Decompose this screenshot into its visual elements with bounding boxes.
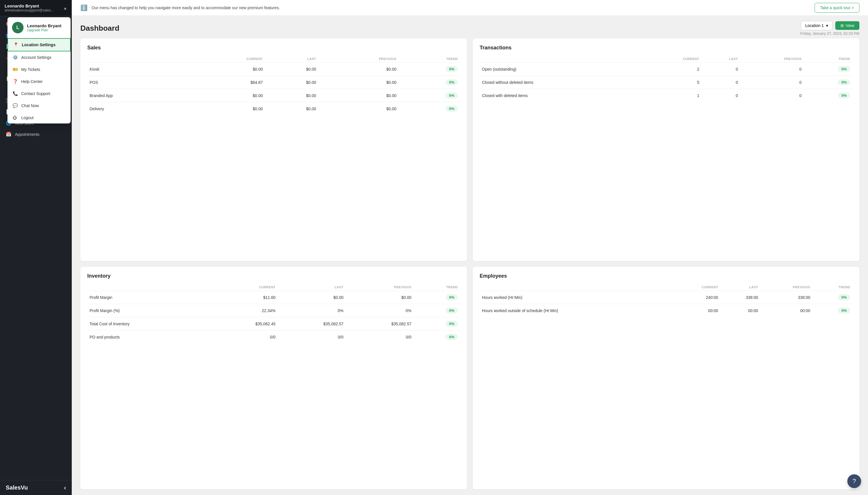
dropdown-item-label: Logout: [21, 116, 34, 120]
row-label: Open (outstanding): [480, 63, 641, 76]
location-settings-icon: 📍: [13, 42, 18, 47]
table-row: Total Cost of Inventory $35,082.45 $35,0…: [87, 317, 460, 330]
sales-card-title: Sales: [87, 45, 460, 51]
sales-card: Sales CURRENT LAST PREVIOUS TREND Kiosk …: [80, 38, 467, 261]
chevron-up-icon[interactable]: ▲: [63, 6, 67, 10]
location-dropdown[interactable]: Location 1 ▾: [801, 21, 832, 30]
row-current: 22.34%: [210, 304, 278, 317]
row-last: $0.00: [265, 102, 318, 116]
dropdown-item-contact-support[interactable]: 📞 Contact Support: [7, 88, 71, 100]
row-previous: 336:00: [760, 291, 813, 304]
row-previous: 0: [740, 89, 804, 102]
row-current: 240:00: [671, 291, 721, 304]
table-row: Closed without deleted items 5 0 0 0%: [480, 76, 852, 89]
table-row: Kiosk $0.00 $0.00 $0.00 0%: [87, 63, 460, 76]
table-row: PO and products 0/0 0/0 0/0 0%: [87, 330, 460, 344]
row-label: Total Cost of Inventory: [87, 317, 210, 330]
dropdown-item-account-settings[interactable]: ⚙️ Account Settings: [7, 51, 71, 64]
transactions-table: CURRENT LAST PREVIOUS TREND Open (outsta…: [480, 55, 852, 102]
table-row: POS $64.87 $0.00 $0.00 0%: [87, 76, 460, 89]
dropdown-item-my-tickets[interactable]: 🎫 My Tickets: [7, 64, 71, 75]
row-previous: 0: [740, 63, 804, 76]
inv-col-trend: TREND: [414, 284, 460, 291]
dropdown-item-logout[interactable]: ⏻ Logout: [7, 112, 71, 123]
row-trend: 0%: [399, 102, 460, 116]
sidebar-header: Leonardo Bryant ahmetsalesvusuppport@sal…: [0, 0, 72, 16]
grid-icon: ⊞: [840, 23, 844, 28]
row-previous: 0: [740, 76, 804, 89]
location-label: Location 1: [805, 23, 824, 28]
top-banner: ℹ️ Our menu has changed to help you navi…: [72, 0, 868, 16]
row-last: $0.00: [265, 76, 318, 89]
tx-col-label: [480, 55, 641, 63]
main-content: ℹ️ Our menu has changed to help you navi…: [72, 0, 868, 495]
controls-row: Location 1 ▾ ⊞ View: [801, 21, 860, 30]
row-last: $35,082.57: [278, 317, 346, 330]
row-label: Branded App: [87, 89, 189, 102]
dashboard-date: Friday, January 27, 2023, 02:33 PM: [800, 31, 860, 36]
brand-name: SalesVu: [6, 484, 28, 491]
row-current: 5: [641, 76, 701, 89]
view-button-label: View: [846, 23, 854, 28]
sales-col-label: [87, 55, 189, 63]
row-current: 2: [641, 63, 701, 76]
row-trend: 0%: [414, 291, 460, 304]
banner-text: Our menu has changed to help you navigat…: [91, 5, 811, 11]
table-row: Hours worked outside of schedule (Hr:Min…: [480, 304, 852, 317]
collapse-icon[interactable]: ‹: [64, 484, 66, 491]
sales-col-last: LAST: [265, 55, 318, 63]
table-row: Profit Margin $11.60 $0.00 $0.00 0%: [87, 291, 460, 304]
sidebar-brand: SalesVu ‹: [0, 480, 72, 495]
sidebar-user-info: Leonardo Bryant ahmetsalesvusuppport@sal…: [5, 3, 54, 12]
emp-col-last: LAST: [721, 284, 760, 291]
inv-col-label: [87, 284, 210, 291]
user-dropdown-menu: L Leonardo Bryant Upgrade Plan 📍 Locatio…: [7, 17, 71, 123]
dropdown-item-location-settings[interactable]: 📍 Location Settings: [7, 38, 71, 51]
row-trend: 0%: [399, 76, 460, 89]
row-previous: $0.00: [318, 89, 399, 102]
emp-col-label: [480, 284, 671, 291]
info-icon: ℹ️: [80, 4, 88, 11]
emp-col-trend: TREND: [813, 284, 852, 291]
tx-col-current: CURRENT: [641, 55, 701, 63]
help-button[interactable]: ?: [847, 474, 861, 488]
table-row: Delivery $0.00 $0.00 $0.00 0%: [87, 102, 460, 116]
help-center-icon: ❓: [13, 79, 18, 84]
row-last: 00:00: [721, 304, 760, 317]
dropdown-user-name: Leonardo Bryant: [27, 23, 62, 28]
inv-col-last: LAST: [278, 284, 346, 291]
dashboard-controls: Location 1 ▾ ⊞ View Friday, January 27, …: [800, 21, 860, 36]
row-current: $11.60: [210, 291, 278, 304]
inventory-card: Inventory CURRENT LAST PREVIOUS TREND Pr…: [80, 267, 467, 489]
sales-col-trend: TREND: [399, 55, 460, 63]
contact-support-icon: 📞: [13, 91, 18, 96]
row-trend: 0%: [804, 76, 853, 89]
table-row: Hours worked (Hr:Min) 240:00 336:00 336:…: [480, 291, 852, 304]
row-label: Profit Margin (%): [87, 304, 210, 317]
row-label: POS: [87, 76, 189, 89]
upgrade-plan-link[interactable]: Upgrade Plan: [27, 28, 62, 32]
inv-col-current: CURRENT: [210, 284, 278, 291]
quick-tour-button[interactable]: Take a quick tour >: [815, 3, 860, 13]
dropdown-item-label: Account Settings: [21, 55, 51, 60]
row-trend: 0%: [813, 304, 852, 317]
row-trend: 0%: [804, 89, 853, 102]
dropdown-item-chat-now[interactable]: 💬 Chat Now: [7, 100, 71, 112]
view-button[interactable]: ⊞ View: [835, 21, 860, 30]
sales-table: CURRENT LAST PREVIOUS TREND Kiosk $0.00 …: [87, 55, 460, 115]
row-label: Profit Margin: [87, 291, 210, 304]
row-label: Closed with deleted items: [480, 89, 641, 102]
table-row: Closed with deleted items 1 0 0 0%: [480, 89, 852, 102]
appointments-icon: 📅: [6, 132, 12, 137]
row-current: $0.00: [189, 89, 265, 102]
row-previous: 0/0: [346, 330, 414, 344]
dropdown-item-help-center[interactable]: ❓ Help Center: [7, 75, 71, 88]
row-label: PO and products: [87, 330, 210, 344]
row-last: 0: [701, 76, 740, 89]
inventory-card-title: Inventory: [87, 273, 460, 279]
row-last: $0.00: [278, 291, 346, 304]
row-current: 0/0: [210, 330, 278, 344]
row-label: Hours worked (Hr:Min): [480, 291, 671, 304]
sidebar-item-appointments[interactable]: 📅 Appointments: [0, 129, 72, 140]
row-trend: 0%: [804, 63, 853, 76]
